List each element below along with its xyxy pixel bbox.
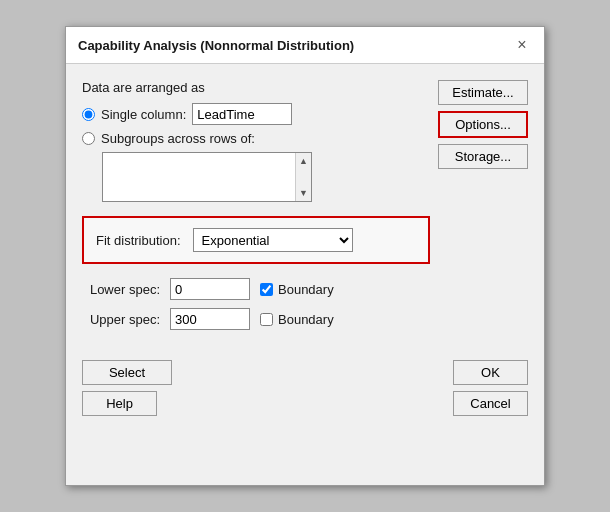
right-panel: Estimate... Options... Storage...: [438, 80, 528, 330]
upper-boundary-checkbox[interactable]: [260, 313, 273, 326]
single-column-label: Single column:: [101, 107, 186, 122]
lower-spec-label: Lower spec:: [82, 282, 160, 297]
left-bottom-buttons: Select Help: [82, 360, 172, 416]
help-button[interactable]: Help: [82, 391, 157, 416]
upper-spec-input[interactable]: [170, 308, 250, 330]
subgroups-row: Subgroups across rows of:: [82, 131, 430, 146]
close-button[interactable]: ×: [512, 35, 532, 55]
single-column-radio[interactable]: [82, 108, 95, 121]
dialog-window: Capability Analysis (Nonnormal Distribut…: [65, 26, 545, 486]
bottom-section: Select Help OK Cancel: [66, 346, 544, 432]
left-panel: Data are arranged as Single column: Subg…: [82, 80, 430, 330]
spec-section: Lower spec: Boundary Upper spec: Boundar…: [82, 278, 430, 330]
single-column-row: Single column:: [82, 103, 430, 125]
upper-boundary-label: Boundary: [278, 312, 334, 327]
single-column-input[interactable]: [192, 103, 292, 125]
estimate-button[interactable]: Estimate...: [438, 80, 528, 105]
options-button[interactable]: Options...: [438, 111, 528, 138]
subgroup-listbox[interactable]: ▲ ▼: [102, 152, 312, 202]
scroll-down-arrow[interactable]: ▼: [296, 185, 311, 201]
upper-boundary-row: Boundary: [260, 312, 334, 327]
dialog-title: Capability Analysis (Nonnormal Distribut…: [78, 38, 354, 53]
fit-distribution-label: Fit distribution:: [96, 233, 181, 248]
data-arrangement-label: Data are arranged as: [82, 80, 430, 95]
upper-spec-label: Upper spec:: [82, 312, 160, 327]
fit-distribution-dropdown[interactable]: Exponential Weibull Lognormal Loglogisti…: [193, 228, 353, 252]
ok-button[interactable]: OK: [453, 360, 528, 385]
fit-distribution-section: Fit distribution: Exponential Weibull Lo…: [82, 216, 430, 264]
right-bottom-buttons: OK Cancel: [453, 360, 528, 416]
lower-boundary-row: Boundary: [260, 282, 334, 297]
subgroup-area: ▲ ▼: [102, 152, 430, 202]
select-button[interactable]: Select: [82, 360, 172, 385]
listbox-scrollbar[interactable]: ▲ ▼: [295, 153, 311, 201]
dialog-body: Data are arranged as Single column: Subg…: [66, 64, 544, 346]
upper-spec-row: Upper spec: Boundary: [82, 308, 430, 330]
lower-spec-input[interactable]: [170, 278, 250, 300]
subgroups-radio[interactable]: [82, 132, 95, 145]
title-bar: Capability Analysis (Nonnormal Distribut…: [66, 27, 544, 64]
cancel-button[interactable]: Cancel: [453, 391, 528, 416]
storage-button[interactable]: Storage...: [438, 144, 528, 169]
scroll-up-arrow[interactable]: ▲: [296, 153, 311, 169]
lower-boundary-checkbox[interactable]: [260, 283, 273, 296]
lower-boundary-label: Boundary: [278, 282, 334, 297]
subgroups-label: Subgroups across rows of:: [101, 131, 255, 146]
lower-spec-row: Lower spec: Boundary: [82, 278, 430, 300]
